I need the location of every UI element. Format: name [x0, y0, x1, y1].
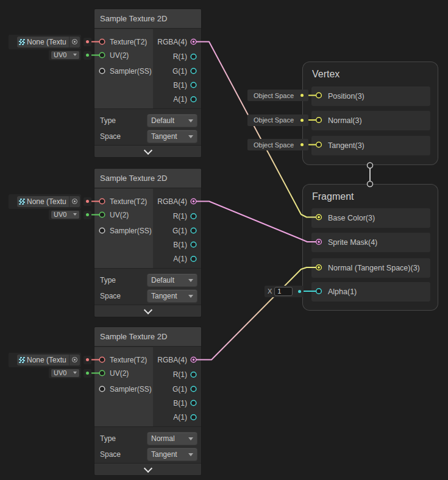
- uv-channel-dropdown[interactable]: UV0: [51, 369, 79, 377]
- object-picker-button[interactable]: [69, 37, 80, 48]
- object-field[interactable]: None (Textu: [17, 196, 80, 207]
- green-port-dot-icon: [86, 372, 89, 375]
- port-a-out-2[interactable]: [191, 256, 196, 262]
- uv-channel-dropdown[interactable]: UV0: [51, 211, 79, 219]
- port-rgba-out-3-dot: [193, 359, 195, 361]
- port-a-out-1[interactable]: [191, 97, 196, 102]
- port-g-out-3[interactable]: [191, 386, 196, 392]
- port-a-out-3[interactable]: [191, 415, 196, 420]
- port-uv-in-2[interactable]: [99, 212, 105, 217]
- port-g-out-2[interactable]: [191, 228, 196, 233]
- uv-channel-widget-1: UV0: [49, 50, 81, 60]
- object-field[interactable]: None (Textu: [17, 37, 80, 48]
- port-g-out-1[interactable]: [191, 68, 196, 74]
- uv-port-chip-3: [84, 369, 92, 378]
- uv-dropdown-value: UV0: [54, 369, 66, 376]
- port-texture-in-3[interactable]: [99, 357, 105, 362]
- port-normal-in[interactable]: [316, 118, 322, 123]
- port-tangent-in[interactable]: [316, 142, 322, 147]
- port-position-in[interactable]: [316, 93, 322, 98]
- texture-thumbnail-icon: [19, 357, 25, 363]
- uv-dropdown-value: UV0: [54, 51, 66, 58]
- port-r-out-3[interactable]: [191, 372, 196, 378]
- texture-object-field-1[interactable]: None (Textu: [9, 35, 81, 49]
- space-chip-label: Object Space: [254, 92, 294, 99]
- texture-object-field-3[interactable]: None (Textu: [9, 353, 81, 367]
- port-b-out-3[interactable]: [191, 400, 196, 406]
- port-sampler-in-3[interactable]: [99, 386, 105, 392]
- space-chip-label: Object Space: [254, 141, 294, 149]
- yellow-port-dot-icon: [300, 143, 304, 146]
- alpha-value-input[interactable]: [274, 287, 293, 296]
- uv-dropdown-value: UV0: [54, 211, 66, 218]
- object-picker-button[interactable]: [69, 355, 80, 365]
- green-port-dot-icon: [86, 54, 89, 57]
- texture-port-chip-2: [84, 197, 92, 206]
- port-normal-tangent-dot: [318, 266, 320, 269]
- dropdown-arrow-icon: [73, 54, 77, 56]
- dropdown-arrow-icon: [73, 213, 77, 216]
- texture-field-value: None (Textu: [27, 356, 69, 364]
- red-port-dot-icon: [86, 40, 89, 43]
- red-port-dot-icon: [86, 200, 89, 203]
- wire-rgba3-to-normal-tangent[interactable]: [196, 267, 316, 360]
- position-space-chip[interactable]: Object Space: [247, 90, 308, 101]
- green-port-dot-icon: [86, 213, 89, 216]
- object-picker-icon: [72, 357, 77, 362]
- yellow-port-dot-icon: [300, 119, 304, 122]
- port-r-out-1[interactable]: [191, 54, 196, 60]
- texture-field-value: None (Textu: [27, 38, 69, 46]
- port-b-out-2[interactable]: [191, 242, 196, 247]
- uv-port-chip-1: [84, 51, 92, 60]
- port-sampler-in-2[interactable]: [99, 228, 105, 233]
- x-component-label: X: [268, 288, 272, 295]
- uv-port-chip-2: [84, 211, 92, 219]
- object-field[interactable]: None (Textu: [17, 355, 80, 365]
- red-port-dot-icon: [86, 358, 89, 361]
- uv-channel-dropdown[interactable]: UV0: [51, 51, 79, 59]
- texture-port-chip-1: [84, 38, 92, 46]
- object-picker-icon: [72, 199, 77, 204]
- uv-channel-widget-3: UV0: [49, 368, 81, 378]
- port-sprite-mask-dot: [318, 241, 320, 243]
- alpha-default-chip: X: [265, 286, 304, 297]
- port-base-color-dot: [318, 216, 320, 219]
- texture-object-field-2[interactable]: None (Textu: [9, 194, 81, 209]
- port-rgba-out-2-dot: [193, 200, 195, 203]
- texture-thumbnail-icon: [19, 39, 25, 45]
- tangent-space-chip[interactable]: Object Space: [247, 139, 308, 150]
- wire-rgba1-to-base-color[interactable]: [196, 42, 316, 217]
- uv-channel-widget-2: UV0: [49, 210, 81, 220]
- port-sampler-in-1[interactable]: [99, 68, 105, 74]
- space-chip-label: Object Space: [254, 116, 294, 124]
- dropdown-arrow-icon: [73, 372, 77, 374]
- port-texture-in-2[interactable]: [99, 199, 105, 204]
- wire-layer: [0, 0, 448, 480]
- port-uv-in-1[interactable]: [99, 52, 105, 58]
- port-b-out-1[interactable]: [191, 82, 196, 88]
- port-r-out-2[interactable]: [191, 214, 196, 219]
- port-texture-in-1[interactable]: [99, 39, 105, 44]
- port-rgba-out-1-dot: [193, 41, 195, 43]
- texture-field-value: None (Textu: [27, 197, 69, 206]
- port-uv-in-3[interactable]: [99, 370, 105, 376]
- object-picker-button[interactable]: [69, 196, 80, 207]
- object-picker-icon: [72, 39, 77, 44]
- texture-port-chip-3: [84, 356, 92, 364]
- stack-connector-bottom: [368, 182, 373, 187]
- cyan-port-dot-icon: [298, 290, 301, 293]
- port-alpha-in[interactable]: [316, 289, 322, 294]
- stack-connector-top: [368, 163, 373, 168]
- texture-thumbnail-icon: [19, 199, 25, 205]
- normal-space-chip[interactable]: Object Space: [247, 115, 308, 126]
- yellow-port-dot-icon: [300, 94, 304, 97]
